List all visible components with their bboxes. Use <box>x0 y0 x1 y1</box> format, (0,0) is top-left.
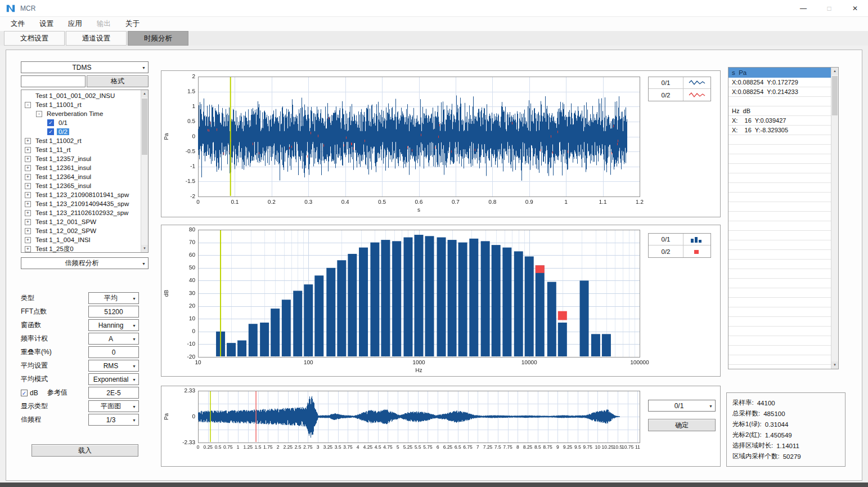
expand-icon[interactable]: + <box>25 147 31 153</box>
tree-item-label[interactable]: Test 1_12_001_SPW <box>34 218 98 225</box>
file-format-dropdown[interactable]: TDMS ▼ <box>21 61 149 73</box>
display-type-value: 平面图 <box>89 401 138 411</box>
tree-item-label[interactable]: Test 1_11_rt <box>34 146 72 153</box>
tree-item[interactable]: ✓0/2 <box>21 127 141 136</box>
scroll-down-icon[interactable]: ▼ <box>831 361 838 369</box>
octave-spectrum-canvas[interactable] <box>161 225 721 377</box>
format-button[interactable]: 格式 <box>87 75 149 87</box>
time-waveform-canvas[interactable] <box>161 71 721 218</box>
legend-item[interactable]: 0/2 <box>649 245 710 257</box>
expand-icon[interactable]: + <box>25 219 31 225</box>
expand-icon[interactable]: + <box>25 210 31 216</box>
expand-icon[interactable]: + <box>25 246 31 252</box>
expand-icon[interactable]: + <box>25 156 31 162</box>
expand-icon[interactable]: + <box>25 165 31 171</box>
tree-item[interactable]: -Reverberation Time <box>21 109 141 118</box>
tree-item-label[interactable]: 0/1 <box>57 119 69 126</box>
legend-item[interactable]: 0/1 <box>649 77 710 89</box>
fft-points-input[interactable] <box>88 306 139 318</box>
frequency-weighting-dropdown[interactable]: A▼ <box>88 333 139 345</box>
tab-channel-settings[interactable]: 通道设置 <box>66 31 127 46</box>
tree-item[interactable]: +Test 1_12357_insul <box>21 154 141 163</box>
tree-item[interactable]: +Test 1_123_210914094435_spw <box>21 199 141 208</box>
tree-item-label[interactable]: Test 1_12357_insul <box>34 155 93 162</box>
overview-waveform-canvas[interactable] <box>161 386 721 467</box>
expand-icon[interactable]: + <box>25 183 31 189</box>
tree-item[interactable]: +Test 1_25度0 <box>21 244 141 252</box>
average-setting-dropdown[interactable]: RMS▼ <box>88 360 139 372</box>
stat-label: 采样率: <box>732 399 754 407</box>
scroll-up-icon[interactable]: ▲ <box>831 68 838 75</box>
tree-item[interactable]: +Test 1_12365_insul <box>21 181 141 190</box>
tree-item-label[interactable]: Test 1_12365_insul <box>34 182 93 189</box>
tree-item[interactable]: -Test 1_11001_rt <box>21 100 141 109</box>
tree-item[interactable]: +Test 1_123_211026102932_spw <box>21 208 141 217</box>
tree-item-label[interactable]: Test 1_001_001_002_INSU <box>34 92 116 99</box>
legend-item[interactable]: 0/2 <box>649 89 710 101</box>
expand-icon[interactable]: + <box>25 192 31 198</box>
expand-icon[interactable]: + <box>25 138 31 144</box>
tree-item-label[interactable]: Test 1_123_211026102932_spw <box>34 209 130 216</box>
tree-item[interactable]: +Test 1_12_002_SPW <box>21 226 141 235</box>
tree-item-label[interactable]: Test 1_1_004_INSI <box>34 236 92 243</box>
display-type-dropdown[interactable]: 平面图▼ <box>88 400 139 412</box>
db-checkbox[interactable]: ✓ <box>21 390 28 396</box>
menu-item-about[interactable]: 关于 <box>118 19 147 29</box>
scroll-thumb[interactable] <box>142 99 147 155</box>
reference-value-input[interactable] <box>88 387 139 399</box>
menu-item-file[interactable]: 文件 <box>3 19 32 29</box>
tree-item-label[interactable]: Test 1_123_210914094435_spw <box>34 200 131 207</box>
maximize-button[interactable]: □ <box>816 0 842 17</box>
readout-row <box>728 221 831 231</box>
octave-fraction-dropdown[interactable]: 1/3▼ <box>88 414 139 426</box>
scroll-down-icon[interactable]: ▼ <box>141 245 148 252</box>
filter-input[interactable] <box>21 75 86 87</box>
tree-item-label[interactable]: Test 1_25度0 <box>34 245 75 253</box>
menu-item-apply[interactable]: 应用 <box>61 19 89 29</box>
confirm-button[interactable]: 确定 <box>648 419 716 431</box>
expand-icon[interactable]: + <box>25 228 31 234</box>
menu-item-settings[interactable]: 设置 <box>32 19 61 29</box>
tree-item[interactable]: +Test 1_1_004_INSI <box>21 235 141 244</box>
expand-icon[interactable]: + <box>25 237 31 243</box>
overview-channel-dropdown[interactable]: 0/1 ▼ <box>648 400 716 412</box>
tree-item[interactable]: ✓0/1 <box>21 118 141 127</box>
tree-item[interactable]: Test 1_001_001_002_INSU <box>21 91 141 100</box>
tree-item-label[interactable]: Test 1_11001_rt <box>34 101 83 108</box>
channel-checkbox[interactable]: ✓ <box>47 119 54 126</box>
average-mode-dropdown[interactable]: Exponential▼ <box>88 373 139 385</box>
load-button[interactable]: 载入 <box>32 444 138 457</box>
minimize-button[interactable]: — <box>790 0 816 17</box>
tab-time-frequency-analysis[interactable]: 时频分析 <box>128 31 188 46</box>
collapse-icon[interactable]: - <box>25 102 31 108</box>
tree-item[interactable]: +Test 1_11002_rt <box>21 136 141 145</box>
channel-checkbox[interactable]: ✓ <box>47 128 54 135</box>
expand-icon[interactable]: + <box>25 201 31 207</box>
scroll-thumb[interactable] <box>832 76 838 115</box>
close-button[interactable]: ✕ <box>842 0 868 17</box>
tree-item[interactable]: +Test 1_123_210908101941_spw <box>21 190 141 199</box>
legend-item[interactable]: 0/1 <box>649 234 710 245</box>
tree-scrollbar[interactable]: ▲ ▼ <box>141 90 148 252</box>
tree-item-label[interactable]: Test 1_123_210908101941_spw <box>34 191 131 198</box>
type-dropdown[interactable]: 平均▼ <box>88 292 139 304</box>
analysis-type-dropdown[interactable]: 倍频程分析 ▼ <box>21 257 149 269</box>
tree-item[interactable]: +Test 1_12_001_SPW <box>21 217 141 226</box>
tree-item[interactable]: +Test 1_11_rt <box>21 145 141 154</box>
window-function-dropdown[interactable]: Hanning▼ <box>88 319 139 331</box>
tree-item-label[interactable]: Test 1_12364_insul <box>34 173 93 180</box>
tree-item-label[interactable]: 0/2 <box>57 128 69 135</box>
collapse-icon[interactable]: - <box>36 111 42 117</box>
tree-item[interactable]: +Test 1_12364_insul <box>21 172 141 181</box>
tree-item[interactable]: +Test 1_12361_insul <box>21 163 141 172</box>
readout-scrollbar[interactable]: ▲ ▼ <box>831 68 838 369</box>
overlap-percent-input[interactable] <box>88 346 139 358</box>
tree-item-label[interactable]: Reverberation Time <box>45 110 105 117</box>
scroll-up-icon[interactable]: ▲ <box>141 90 148 97</box>
tree-item-label[interactable]: Test 1_12_002_SPW <box>34 227 98 234</box>
expand-icon[interactable]: + <box>25 174 31 180</box>
readout-row <box>728 355 831 365</box>
tree-item-label[interactable]: Test 1_12361_insul <box>34 164 93 171</box>
tree-item-label[interactable]: Test 1_11002_rt <box>34 137 83 144</box>
tab-document-settings[interactable]: 文档设置 <box>4 31 65 46</box>
